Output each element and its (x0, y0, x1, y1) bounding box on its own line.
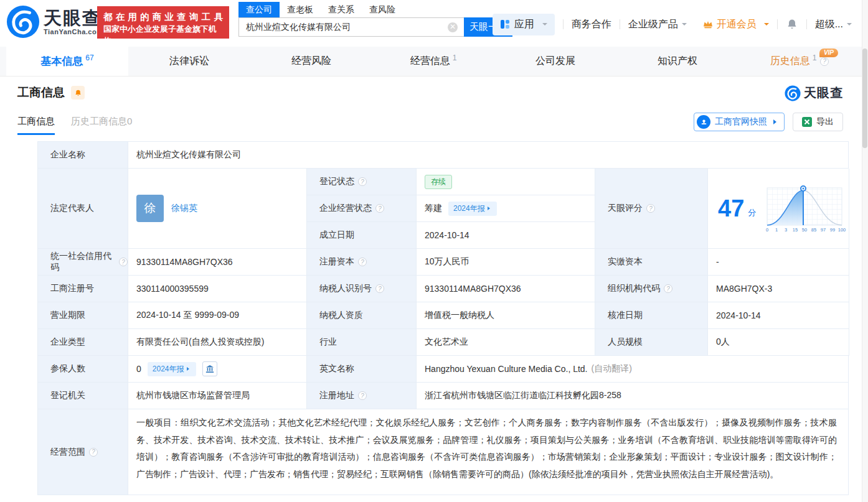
table-row: 登记机关 杭州市钱塘区市场监督管理局 注册地址? 浙江省杭州市钱塘区临江街道临江… (38, 383, 849, 409)
table-row: 企业名称 杭州业煊文化传媒有限公司 (38, 142, 849, 169)
status-subtable: 登记状态? 存续 企业经营状态? 筹建 2024年报 (307, 169, 595, 249)
arrow-right-icon (187, 367, 191, 371)
field-value: 91330114MA8GH7QX36 (128, 249, 307, 276)
search-input[interactable] (238, 17, 464, 37)
help-icon[interactable]: ? (646, 204, 655, 213)
field-value: 文化艺术业 (417, 329, 595, 356)
svg-text:1: 1 (775, 227, 778, 233)
table-row: 企业经营状态? 筹建 2024年报 (307, 195, 595, 222)
official-snapshot-button[interactable]: 工商官网快照 (694, 113, 785, 131)
clear-input-icon[interactable]: ✕ (448, 22, 458, 32)
table-row: 经营范围? 一般项目：组织文化艺术交流活动；其他文化艺术经纪代理；文化娱乐经纪人… (38, 409, 849, 495)
field-label: 营业期限 (38, 302, 128, 329)
nav-enterprise-products[interactable]: 企业级产品 (628, 18, 687, 31)
nav-super-vip[interactable]: 超级... (815, 18, 852, 31)
svg-text:99: 99 (830, 227, 835, 233)
field-label: 统一社会信用代码? (38, 249, 128, 276)
english-name-value: Hangzhou Yexuan Culture Media Co., Ltd. … (417, 356, 849, 383)
biz-status-value: 筹建 2024年报 (417, 195, 595, 222)
scope-value: 一般项目：组织文化艺术交流活动；其他文化艺术经纪代理；文化娱乐经纪人服务；文艺创… (128, 409, 849, 495)
excel-icon (802, 117, 812, 127)
divider (620, 19, 620, 29)
stamp-icon (697, 115, 710, 129)
super-vip-label: 超级... (815, 18, 843, 31)
nav-business-cooperation[interactable]: 商务合作 (572, 18, 611, 31)
subtabs: 工商信息 历史工商信息0 (17, 116, 132, 135)
help-icon[interactable]: ? (119, 258, 128, 266)
watermark-logo: 天眼查 (785, 85, 843, 101)
logo-swirl-icon (6, 5, 40, 39)
help-icon[interactable]: ? (358, 391, 367, 400)
score-distribution-chart: 0 1 3 15 50 85 97 99 100 (762, 184, 847, 233)
divider (806, 19, 807, 29)
address-value: 浙江省杭州市钱塘区临江街道临江科技孵化园8-258 (417, 383, 849, 409)
subtab-business-info[interactable]: 工商信息 (17, 116, 55, 135)
legal-rep-link[interactable]: 徐锡英 (171, 203, 197, 214)
founded-value: 2024-10-14 (417, 222, 595, 249)
header-nav: 应用 商务合作 企业级产品 开通会员 (493, 13, 852, 35)
tab-label: 法律诉讼 (169, 55, 209, 68)
arrow-right-icon (488, 207, 492, 210)
export-button[interactable]: 导出 (793, 113, 843, 131)
company-name-value: 杭州业煊文化传媒有限公司 (128, 142, 849, 169)
founded-label: 成立日期 (307, 222, 417, 249)
tab-count: 1 (813, 53, 817, 62)
legal-rep-label: 法定代表人 (38, 169, 128, 249)
tab-operating-info[interactable]: 经营信息 1 (372, 47, 494, 76)
subtab-history-business-info[interactable]: 历史工商信息0 (71, 116, 132, 133)
social-security-agency-icon[interactable] (202, 361, 217, 376)
chevron-down-icon (764, 23, 769, 28)
nav-vip-membership[interactable]: 开通会员 (703, 18, 769, 31)
reg-status-value: 存续 (417, 169, 595, 195)
help-icon[interactable]: ? (375, 284, 384, 293)
notification-bell-icon[interactable] (786, 18, 798, 30)
svg-text:0: 0 (766, 227, 768, 233)
svg-text:100: 100 (838, 227, 846, 233)
field-value: 91330114MA8GH7QX36 (417, 276, 595, 302)
tab-intellectual-property[interactable]: 知识产权 (616, 47, 738, 76)
tianyancha-logo[interactable]: 天眼查 TianYanCha.com (6, 5, 103, 39)
divider (563, 19, 564, 29)
snapshot-button-label: 工商官网快照 (715, 116, 767, 128)
help-icon[interactable]: ? (358, 258, 367, 266)
tab-basic-info[interactable]: 基本信息 67 (6, 47, 128, 76)
tab-company-development[interactable]: 公司发展 (494, 47, 616, 76)
table-row: 工商注册号 330114000395599 纳税人识别号? 91330114MA… (38, 276, 849, 302)
registry-label: 登记机关 (38, 383, 128, 409)
field-value: 有限责任公司(自然人投资或控股) (128, 329, 307, 356)
tab-legal-proceedings[interactable]: 法律诉讼 (128, 47, 250, 76)
annual-report-badge[interactable]: 2024年报 (148, 362, 196, 376)
search-tab-relation[interactable]: 查关系 (321, 2, 362, 17)
help-icon[interactable]: ? (89, 448, 98, 457)
scrollbar-track[interactable] (862, 0, 868, 502)
score-unit: 分 (748, 207, 756, 218)
help-icon[interactable]: ? (375, 204, 384, 213)
tab-label: 经营风险 (291, 55, 331, 68)
annual-report-badge[interactable]: 2024年报 (448, 202, 497, 216)
tab-operating-risk[interactable]: 经营风险 (250, 47, 372, 76)
search-tab-company[interactable]: 查公司 (238, 2, 280, 17)
status-badge: 存续 (425, 175, 452, 189)
field-value: 0人 (708, 329, 849, 356)
scrollbar-thumb[interactable] (862, 49, 867, 148)
help-icon[interactable]: ? (664, 284, 672, 293)
legal-rep-avatar[interactable]: 徐 (136, 195, 164, 222)
top-header: 天眼查 TianYanCha.com 都在用的商业查询工具 国家中小企业发展子基… (0, 0, 868, 47)
field-value: 330114000395599 (128, 276, 307, 302)
table-row: 参保人数 0 2024年报 英文名称 Hangz (38, 356, 849, 383)
help-icon[interactable]: ? (358, 177, 367, 186)
table-row: 法定代表人 徐 徐锡英 登记状态? 存续 企业经营状态? (38, 169, 849, 249)
help-icon[interactable]: ? (820, 57, 829, 66)
apps-label: 应用 (514, 18, 534, 31)
field-label: 人员规模 (595, 329, 708, 356)
tab-history-info[interactable]: VIP 历史信息 1 ? (738, 47, 861, 76)
search-tab-boss[interactable]: 查老板 (280, 2, 321, 17)
tab-count: 67 (85, 53, 93, 62)
score-cell[interactable]: 47 分 (708, 169, 849, 249)
tab-label: 公司发展 (535, 55, 575, 68)
crown-icon (703, 20, 713, 29)
field-value: 10万人民币 (417, 249, 595, 276)
apps-menu[interactable]: 应用 (493, 14, 555, 35)
search-tab-risk[interactable]: 查风险 (362, 2, 403, 17)
subscribe-bell-icon[interactable] (71, 86, 85, 100)
